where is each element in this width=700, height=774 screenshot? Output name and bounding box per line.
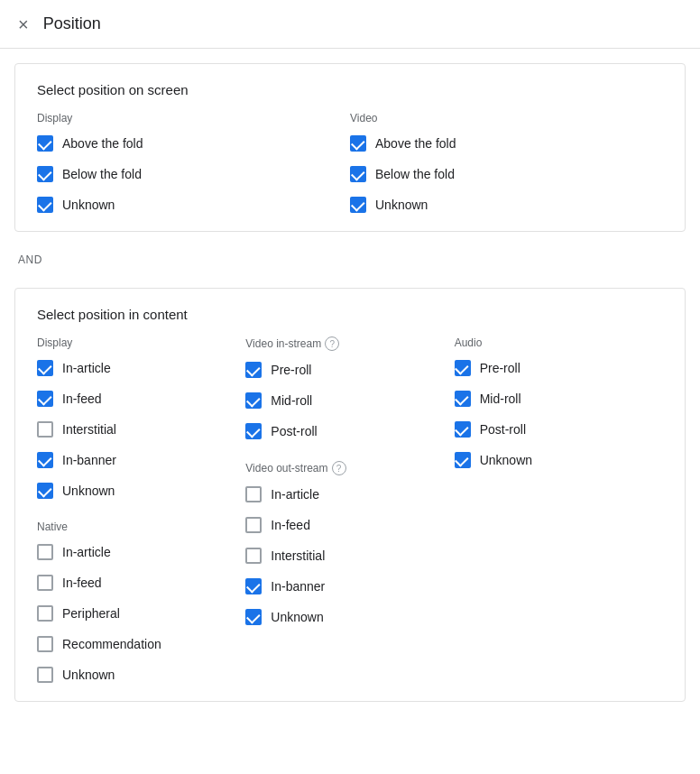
checkbox-label: Below the fold	[62, 167, 142, 181]
checkbox-label: In-feed	[62, 576, 102, 590]
checkbox-audio-midroll[interactable]	[455, 391, 471, 407]
list-item: Below the fold	[350, 166, 663, 182]
list-item: Unknown	[37, 667, 245, 683]
checkbox-native-inarticle[interactable]	[37, 544, 53, 560]
checkbox-display-unknown[interactable]	[37, 483, 53, 499]
checkbox-screen-video-unknown[interactable]	[350, 197, 366, 213]
list-item: Pre-roll	[245, 362, 454, 378]
list-item: Interstitial	[37, 421, 245, 438]
checkbox-audio-postroll[interactable]	[455, 421, 471, 438]
checkbox-label: Recommendation	[62, 637, 161, 651]
checkbox-instream-postroll[interactable]	[245, 423, 262, 439]
checkbox-outstream-inarticle[interactable]	[245, 486, 262, 502]
checkbox-label: Mid-roll	[271, 393, 312, 408]
main-content: Select position on screen Display Above …	[0, 63, 700, 702]
content-middle-column: Video in-stream ? Pre-roll Mid-roll Post…	[245, 336, 454, 683]
header: × Position	[0, 0, 700, 49]
checkbox-label: Unknown	[62, 198, 115, 212]
content-video-instream-label: Video in-stream ?	[245, 336, 454, 351]
list-item: Above the fold	[37, 135, 350, 152]
checkbox-display-inarticle[interactable]	[37, 360, 53, 376]
section-position-in-content: Select position in content Display In-ar…	[14, 288, 686, 702]
list-item: Unknown	[455, 452, 663, 468]
checkbox-screen-video-below[interactable]	[350, 166, 366, 182]
list-item: Unknown	[37, 483, 245, 499]
list-item: In-feed	[245, 517, 454, 533]
checkbox-screen-display-unknown[interactable]	[37, 197, 53, 213]
checkbox-label: Unknown	[375, 198, 428, 212]
close-icon[interactable]: ×	[18, 15, 29, 33]
screen-video-label: Video	[350, 112, 663, 124]
list-item: In-feed	[37, 391, 245, 407]
checkbox-label: In-banner	[271, 579, 325, 594]
list-item: In-article	[245, 486, 454, 502]
checkbox-audio-preroll[interactable]	[455, 360, 471, 376]
checkbox-display-inbanner[interactable]	[37, 452, 53, 468]
checkbox-label: In-article	[62, 545, 111, 559]
checkbox-native-unknown[interactable]	[37, 667, 53, 683]
checkbox-label: In-banner	[62, 453, 116, 467]
checkbox-outstream-inbanner[interactable]	[245, 578, 262, 594]
checkbox-label: Pre-roll	[271, 363, 311, 377]
list-item: In-feed	[37, 575, 245, 591]
screen-columns: Display Above the fold Below the fold Un…	[37, 112, 663, 213]
checkbox-screen-display-above[interactable]	[37, 135, 53, 152]
list-item: Mid-roll	[245, 392, 454, 409]
list-item: Pre-roll	[455, 360, 663, 376]
content-left-column: Display In-article In-feed Interstitial …	[37, 336, 245, 683]
checkbox-screen-video-above[interactable]	[350, 135, 366, 152]
content-audio-column: Audio Pre-roll Mid-roll Post-roll Unknow…	[455, 336, 663, 683]
checkbox-display-interstitial[interactable]	[37, 421, 53, 438]
checkbox-label: Interstitial	[271, 548, 325, 563]
checkbox-label: Below the fold	[375, 167, 455, 181]
checkbox-label: Peripheral	[62, 606, 120, 621]
checkbox-label: Unknown	[62, 668, 115, 682]
checkbox-label: In-feed	[271, 518, 310, 532]
checkbox-instream-midroll[interactable]	[245, 392, 262, 409]
list-item: In-banner	[37, 452, 245, 468]
page-title: Position	[43, 14, 101, 33]
checkbox-label: Unknown	[271, 610, 323, 624]
checkbox-display-infeed[interactable]	[37, 391, 53, 407]
list-item: Above the fold	[350, 135, 663, 152]
checkbox-native-peripheral[interactable]	[37, 605, 53, 622]
list-item: Unknown	[245, 609, 454, 625]
checkbox-screen-display-below[interactable]	[37, 166, 53, 182]
list-item: In-banner	[245, 578, 454, 594]
checkbox-native-recommendation[interactable]	[37, 636, 53, 652]
checkbox-label: Above the fold	[62, 136, 143, 151]
checkbox-outstream-interstitial[interactable]	[245, 548, 262, 564]
section-title-content: Select position in content	[37, 307, 663, 322]
list-item: In-article	[37, 544, 245, 560]
checkbox-outstream-unknown[interactable]	[245, 609, 262, 625]
checkbox-label: Mid-roll	[480, 392, 521, 406]
video-instream-help-icon[interactable]: ?	[325, 336, 339, 351]
screen-display-column: Display Above the fold Below the fold Un…	[37, 112, 350, 213]
checkbox-label: In-article	[271, 487, 319, 502]
checkbox-label: Unknown	[62, 484, 115, 498]
checkbox-native-infeed[interactable]	[37, 575, 53, 591]
checkbox-label: Interstitial	[62, 422, 116, 437]
screen-display-label: Display	[37, 112, 350, 124]
video-outstream-help-icon[interactable]: ?	[332, 461, 346, 475]
checkbox-outstream-infeed[interactable]	[245, 517, 262, 533]
content-native-label: Native	[37, 521, 245, 533]
list-item: Interstitial	[245, 548, 454, 564]
list-item: Mid-roll	[455, 391, 663, 407]
section-position-on-screen: Select position on screen Display Above …	[14, 63, 686, 232]
checkbox-instream-preroll[interactable]	[245, 362, 262, 378]
content-audio-label: Audio	[455, 336, 663, 349]
list-item: Post-roll	[455, 421, 663, 438]
checkbox-label: Above the fold	[375, 136, 456, 151]
checkbox-audio-unknown[interactable]	[455, 452, 471, 468]
section-title-screen: Select position on screen	[37, 82, 663, 97]
checkbox-label: In-article	[62, 361, 111, 375]
list-item: Post-roll	[245, 423, 454, 439]
list-item: Unknown	[350, 197, 663, 213]
checkbox-label: Pre-roll	[480, 361, 520, 375]
content-columns: Display In-article In-feed Interstitial …	[37, 336, 663, 683]
list-item: Below the fold	[37, 166, 350, 182]
list-item: In-article	[37, 360, 245, 376]
content-display-label: Display	[37, 336, 245, 349]
checkbox-label: Post-roll	[271, 424, 317, 438]
